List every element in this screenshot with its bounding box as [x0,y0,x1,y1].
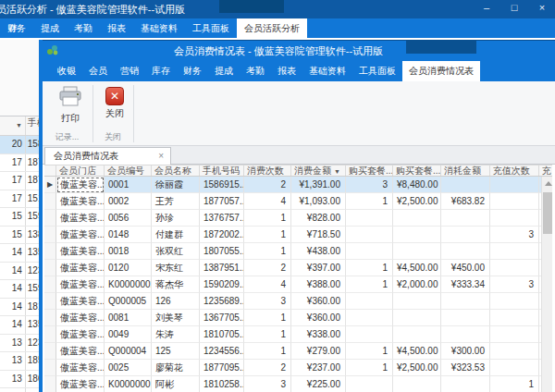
cell: Q000004 [105,343,152,360]
cell [490,343,539,360]
cell: ¥450.00 [441,260,490,276]
table-row[interactable]: 傲蓝美容...0049朱涛1810705...1¥338.00 [44,326,555,343]
menu-item[interactable]: 考勤 [67,18,100,40]
cell [346,310,393,326]
active-menu-tab[interactable]: 会员活跃分析 [237,18,307,40]
cell: ¥397.00 [291,260,346,276]
column-header[interactable]: 会员名称 [152,165,200,176]
table-row[interactable]: 傲蓝美容...0056孙珍1376757...1¥828.00 [44,210,555,227]
cell: ¥360.00 [291,293,346,310]
menu-item-partial[interactable]: 存 [8,18,18,39]
table-row[interactable]: 1213600 [0,388,43,392]
minimize-button[interactable]: – [479,0,494,17]
table-row[interactable]: 1312345 [0,335,43,353]
cell: 傲蓝美容... [56,376,105,392]
column-header[interactable]: 消费次数 [244,165,291,176]
menu-item[interactable]: 提成 [33,18,67,40]
column-header[interactable]: 消费金额▼ [291,165,346,176]
table-row[interactable]: 1718770 [0,154,43,173]
active-menu-tab[interactable]: 会员消费情况表 [402,61,480,81]
row-indicator-cell [44,227,56,243]
table-row[interactable]: 傲蓝美容...0025廖菊花1877095...2¥237.001¥2,500.… [44,360,555,376]
menu-item[interactable]: 报表 [271,61,302,81]
table-row[interactable]: 1413576 [0,316,43,335]
table-row[interactable]: 1412356 [0,263,43,281]
table-row[interactable]: 傲蓝美容...K00000002蒋杰华1590209...4¥388.001¥2… [44,276,555,293]
table-row[interactable]: 傲蓝美容...0120宋东红1387951...2¥397.001¥4,500.… [44,260,555,276]
print-button[interactable]: 打印 [51,84,90,127]
table-row[interactable]: 傲蓝美容...0018张双红1807055...1¥438.00 [44,243,555,260]
cell: 刘美琴 [152,310,200,326]
row-indicator-cell [44,260,56,276]
cell: 傲蓝美容... [56,243,105,260]
cell: 13 [0,352,26,370]
tab-close-icon[interactable]: × [158,148,164,164]
cell: 1807055... [200,243,244,260]
table-row[interactable]: 1513879 [0,227,43,245]
menu-item[interactable]: 报表 [100,18,133,40]
parent-grid-sort-column-header[interactable]: ▼ [0,116,26,135]
menu-item[interactable]: 收银 [51,61,82,81]
table-row[interactable]: 1413556 [0,244,43,263]
table-row[interactable]: 1715170 [0,190,43,209]
menu-item[interactable]: 基础资料 [302,61,352,81]
menu-item[interactable]: 工具面板 [185,18,237,40]
table-row[interactable]: 1515975 [0,208,43,227]
cell: 1367705... [200,310,244,326]
column-header[interactable]: 会员编号 [105,165,152,176]
table-row[interactable]: ▶傲蓝美容...0001徐丽霞1586915...2¥1,391.003¥8,4… [44,177,555,193]
close-report-button[interactable]: ✕ 关闭 [95,84,134,127]
table-row[interactable]: 1318565 [0,352,43,371]
column-header[interactable]: 购买套餐... [393,165,441,176]
cell: 1810258... [200,376,244,392]
table-row[interactable]: 傲蓝美容...0002王芳1877057...4¥1,093.001¥2,500… [44,193,555,210]
scroll-up-arrow-icon[interactable] [545,181,552,186]
parent-titlebar[interactable]: 员活跃分析 - 傲蓝美容院管理软件--试用版 – □ × [0,0,555,18]
cell: 0049 [105,326,152,343]
table-row[interactable]: 1418102 [0,299,43,317]
cell: 3 [490,276,539,293]
document-tab-label: 会员消费情况表 [54,151,118,161]
menu-item[interactable]: 库存 [145,61,177,81]
cell: 1586915... [200,177,244,193]
cell: ¥1,391.00 [291,177,346,193]
document-tabstrip: 会员消费情况表 × [43,146,555,165]
column-header[interactable]: 购买套餐... [346,165,393,176]
document-tab-active[interactable]: 会员消费情况表 × [44,147,171,165]
table-row[interactable]: 傲蓝美容...0081刘美琴1367705...1¥360.00 [44,310,555,326]
cell: 傲蓝美容... [56,210,105,227]
table-row[interactable]: 傲蓝美容...Q0000041251234556...1¥279.001¥4,5… [44,343,555,360]
table-row[interactable]: 1318070 [0,371,43,389]
cell: 1590209... [200,276,244,293]
menu-item[interactable]: 工具面板 [352,61,402,81]
table-row[interactable]: 傲蓝美容...0148付建群1872002...1¥718.503 [44,227,555,243]
menu-item[interactable]: 财务 [177,61,208,81]
menu-item[interactable]: 考勤 [240,61,271,81]
cell: 傲蓝美容... [56,326,105,343]
table-row[interactable]: 傲蓝美容...Q0000051261235689...3¥360.00 [44,293,555,310]
child-titlebar[interactable]: 会员消费情况表 - 傲蓝美容院管理软件--试用版 [43,40,555,61]
cell: 傲蓝美容... [56,276,105,293]
menu-item[interactable]: 提成 [208,61,240,81]
table-row[interactable]: 傲蓝美容...K00000001阿彬1810258...3¥225.001 [44,376,555,392]
column-header[interactable]: 会员门店 [56,165,105,176]
menu-item[interactable]: 营销 [114,61,145,81]
table-row[interactable]: 1718720 [0,172,43,190]
menu-item[interactable]: 会员 [82,61,114,81]
maximize-button[interactable]: □ [507,0,522,17]
cell: 1234556... [200,343,244,360]
row-indicator-cell [44,310,56,326]
close-window-button[interactable]: × [535,0,549,17]
cell: 1 [244,326,291,343]
menu-item[interactable]: 基础资料 [133,18,185,40]
cell: 0002 [105,193,152,210]
table-row[interactable]: 2015869 [0,136,43,154]
cell: ¥2,000.00 [393,276,441,293]
table-row[interactable]: 1415902 [0,280,43,299]
cell: ¥388.00 [291,276,346,293]
column-header[interactable]: 手机号码 [200,165,244,176]
cell: 1810705... [200,326,244,343]
column-header[interactable]: 消耗金额 [441,165,490,176]
titlebar-dark-patch [219,0,284,13]
column-header[interactable]: 充值次数 [490,165,539,176]
